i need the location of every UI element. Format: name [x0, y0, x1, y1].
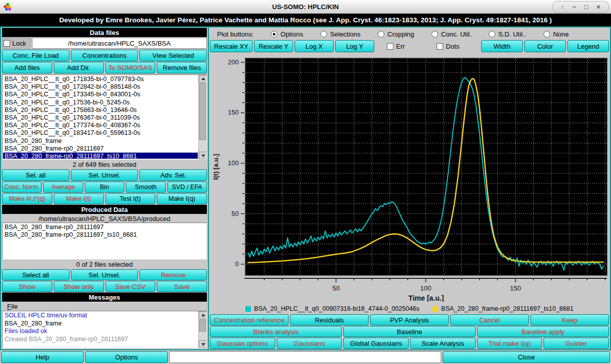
adv-sel-button[interactable]: Adv. Sel.: [139, 169, 207, 181]
radio-icon[interactable]: [432, 31, 438, 38]
dots-checkbox-item[interactable]: Dots: [437, 43, 459, 50]
close-button[interactable]: Close: [443, 351, 610, 363]
keep-button[interactable]: Keep: [530, 314, 609, 325]
list-item[interactable]: BSA_20_280_frame-rp0_28111697_ts10_8681: [3, 231, 206, 239]
radio-icon[interactable]: [320, 31, 327, 38]
list-item[interactable]: BSA_20_280_frame: [3, 137, 198, 145]
file-menu[interactable]: File: [2, 302, 207, 311]
make-i-t-button[interactable]: Make I(t): [54, 193, 104, 204]
save-csv-button[interactable]: Save CSV: [105, 281, 156, 292]
list-item[interactable]: BSA_20_280_frame-rp0_28111697: [3, 224, 206, 231]
width-button[interactable]: Width: [481, 40, 523, 52]
radio-icon[interactable]: [271, 31, 277, 38]
test-i-t-button[interactable]: Test I(t): [105, 193, 156, 204]
view-selected-button[interactable]: View Selected: [139, 50, 207, 61]
baseline-button[interactable]: Baseline: [343, 326, 475, 337]
close-button[interactable]: ×: [596, 4, 600, 10]
list-item[interactable]: BSA_20_280_frame-rp0_28111697_ts10_8681: [3, 153, 198, 159]
svd-efa-button[interactable]: SVD / EFA: [167, 181, 207, 193]
list-item[interactable]: BSA_20_280_frame-rp0_28111697: [3, 145, 198, 153]
list-item[interactable]: BSA_20_HPLC__It_q0_183417-bi-0_559613-0s: [3, 129, 198, 137]
scrollbar-thumb[interactable]: [199, 319, 206, 332]
baseline-apply-button[interactable]: Baseline apply: [477, 326, 609, 337]
bin-button[interactable]: Bin: [85, 181, 124, 193]
lock-checkbox[interactable]: [4, 40, 10, 47]
list-item[interactable]: BSA_20_HPLC__It_q0_177374-bi-0_408367-0s: [3, 122, 198, 129]
make-i-q-button[interactable]: Make I(q): [157, 193, 207, 204]
sel-unsel-button[interactable]: Sel. Unsel.: [71, 269, 138, 280]
plot-canvas[interactable]: 50100150Time [a.u.]050100150200I(t) [a.u…: [210, 52, 610, 302]
sel-unsel-button[interactable]: Sel. Unsel.: [71, 169, 138, 181]
list-item[interactable]: BSA_20_HPLC__It_q0_175863-bi-0_13646-0s: [3, 106, 198, 114]
rescale-xy-button[interactable]: Rescale XY: [210, 40, 253, 52]
log-x-button[interactable]: Log X: [295, 40, 334, 52]
list-item[interactable]: BSA_20_HPLC__It_q0_17536-bi-0_5245-0s: [3, 99, 198, 106]
add-dir-button[interactable]: Add Dir.: [54, 62, 104, 74]
data-files-list[interactable]: BSA_20_HPLC__It_q0_171835-bi-0_0797783-0…: [2, 75, 207, 160]
cancel-button[interactable]: Cancel: [450, 314, 529, 325]
smooth-button[interactable]: Smooth: [126, 181, 165, 193]
scale-analysis-button[interactable]: Scale Analysis: [410, 338, 476, 349]
radio-selections[interactable]: Selections: [320, 30, 361, 38]
make-i-i-q-button[interactable]: Make I#,I*(q): [2, 193, 52, 204]
color-button[interactable]: Color: [524, 40, 566, 52]
scroll-down-icon[interactable]: [199, 152, 207, 159]
radio-icon[interactable]: [544, 31, 550, 38]
show-only-button[interactable]: Show only: [54, 281, 104, 292]
list-item[interactable]: BSA_20_HPLC__It_q0_176367-bi-0_311039-0s: [3, 114, 198, 122]
messages-box[interactable]: SOLEIL HPLC time/uv formatBSA_20_280_fra…: [2, 311, 207, 348]
list-item[interactable]: BSA_20_HPLC__It_q0_173345-bi-0_843001-0s: [3, 91, 198, 98]
gaussian-options-button[interactable]: Gaussian options: [210, 338, 275, 349]
rollup-button[interactable]: ↑: [561, 4, 564, 10]
data-files-scrollbar[interactable]: [198, 75, 206, 159]
log-y-button[interactable]: Log Y: [335, 40, 374, 52]
scroll-up-icon[interactable]: [199, 311, 207, 319]
minimize-button[interactable]: −: [572, 4, 577, 10]
radio-options[interactable]: Options: [271, 30, 303, 38]
pvp-analysis-button[interactable]: PVP Analysis: [370, 314, 449, 325]
data-files-path[interactable]: /home/ultrascan/HPLC_SAXS/BSA: [32, 38, 207, 49]
help-button[interactable]: Help: [1, 351, 84, 363]
rescale-y-button[interactable]: Rescale Y: [254, 40, 293, 52]
blanks-analysis-button[interactable]: Blanks analysis: [210, 326, 342, 337]
to-somo-sas-button[interactable]: To SOMO/SAS: [105, 62, 156, 74]
concentration-reference-button[interactable]: Concentration reference: [210, 314, 289, 325]
remove-files-button[interactable]: Remove files: [157, 62, 207, 74]
remove-button[interactable]: Remove: [139, 269, 207, 280]
concentrations-button[interactable]: Concentrations: [71, 50, 138, 61]
radio-icon[interactable]: [378, 31, 384, 38]
guinier-button[interactable]: Guinier: [544, 338, 609, 349]
global-gaussians-button[interactable]: Global Gaussians: [343, 338, 409, 349]
radio-none[interactable]: None: [544, 30, 569, 38]
messages-scrollbar[interactable]: [198, 311, 206, 348]
conc-file-load-button[interactable]: Conc. File Load: [2, 50, 69, 61]
radio-cropping[interactable]: Cropping: [378, 30, 414, 38]
gaussians-button[interactable]: Gaussians: [277, 338, 342, 349]
radio-conc-util[interactable]: Conc. Util.: [432, 30, 472, 38]
produced-data-list[interactable]: BSA_20_280_frame-rp0_28111697BSA_20_280_…: [2, 223, 207, 260]
maximize-button[interactable]: □: [584, 4, 588, 10]
err-checkbox-item[interactable]: Err: [387, 43, 405, 50]
title-bar[interactable]: US-SOMO: HPLC/KIN ↑−□×: [0, 0, 611, 14]
show-button[interactable]: Show: [2, 281, 52, 292]
scrollbar-thumb[interactable]: [199, 83, 206, 140]
add-files-button[interactable]: Add files: [2, 62, 52, 74]
list-item[interactable]: BSA_20_HPLC__It_q0_171835-bi-0_0797783-0…: [3, 76, 198, 83]
save-button[interactable]: Save: [157, 281, 207, 292]
radio-icon[interactable]: [489, 31, 495, 38]
scroll-down-icon[interactable]: [199, 340, 207, 348]
legend-button[interactable]: Legend: [567, 40, 609, 52]
scroll-up-icon[interactable]: [199, 75, 207, 83]
list-item[interactable]: BSA_20_HPLC__It_q0_172842-bi-0_885148-0s: [3, 83, 198, 91]
trial-make-i-q-button[interactable]: Trial make I(q): [477, 338, 543, 349]
residuals-button[interactable]: Residuals: [290, 314, 369, 325]
select-all-button[interactable]: Select all: [2, 269, 69, 280]
err-checkbox[interactable]: [387, 43, 393, 50]
radio-s-d-util[interactable]: S.D. Util..: [489, 30, 526, 38]
options-button[interactable]: Options: [85, 351, 168, 363]
sel-all-button[interactable]: Sel. all: [2, 169, 69, 181]
dots-checkbox[interactable]: [437, 43, 443, 50]
lock-control[interactable]: Lock: [2, 38, 30, 49]
conc-norm-button[interactable]: Conc. Norm.: [2, 181, 42, 193]
average-button[interactable]: Average: [43, 181, 83, 193]
